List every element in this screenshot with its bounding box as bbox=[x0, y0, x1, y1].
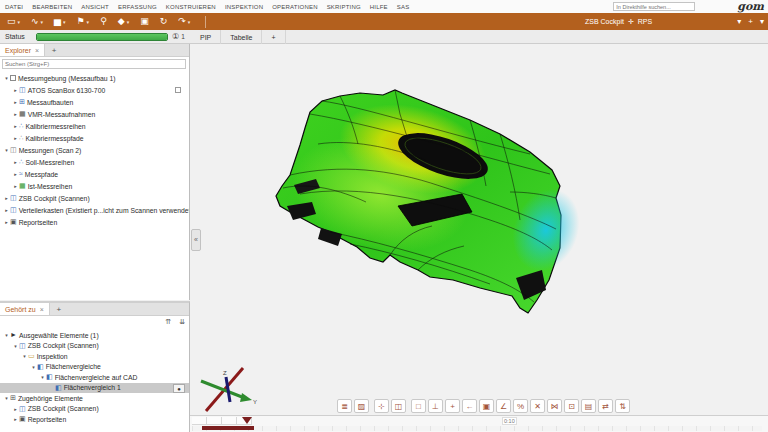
timeline-ruler[interactable] bbox=[192, 426, 762, 431]
menu-ansicht[interactable]: ANSICHT bbox=[81, 4, 109, 10]
view-collapse-button[interactable]: ▾ bbox=[737, 17, 741, 26]
menu-erfassung[interactable]: ERFASSUNG bbox=[118, 4, 157, 10]
expand-arrow-icon[interactable]: ▾ bbox=[39, 374, 46, 380]
expand-arrow-icon[interactable]: ▸ bbox=[12, 99, 19, 105]
menu-bearbeiten[interactable]: BEARBEITEN bbox=[32, 4, 72, 10]
menu-inspektion[interactable]: INSPEKTION bbox=[225, 4, 263, 10]
tree-item-zsb-cockpit-scannen[interactable]: ▸◫ZSB Cockpit (Scannen) bbox=[0, 404, 189, 415]
expand-arrow-icon[interactable]: ▸ bbox=[12, 416, 19, 422]
point-button[interactable]: + bbox=[445, 399, 460, 413]
expand-arrow-icon[interactable]: ▸ bbox=[12, 123, 19, 129]
expand-arrow-icon[interactable]: ▸ bbox=[12, 171, 19, 177]
dropdown-caret-icon[interactable]: ▾ bbox=[127, 19, 130, 25]
menu-datei[interactable]: DATEI bbox=[5, 4, 23, 10]
expand-arrow-icon[interactable]: ▸ bbox=[3, 207, 10, 213]
search-tool[interactable]: ⚲ bbox=[98, 14, 109, 29]
tree-item-atos-scanbox-6130-700[interactable]: ▸◫ATOS ScanBox 6130-700 bbox=[0, 84, 189, 96]
viewport-tab-add-button[interactable]: + bbox=[262, 30, 285, 44]
menu-skripting[interactable]: SKRIPTING bbox=[327, 4, 361, 10]
shade-toggle-button[interactable]: ▨ bbox=[354, 399, 369, 413]
direct-help-search-input[interactable] bbox=[613, 2, 695, 11]
view-menu-button[interactable]: ▾ bbox=[760, 17, 764, 26]
tree-item-messungen-scan-2[interactable]: ▾◫Messungen (Scan 2) bbox=[0, 144, 189, 156]
tree-item-zsb-cockpit-scannen[interactable]: ▾◫ZSB Cockpit (Scannen) bbox=[0, 341, 189, 352]
select-mode-button[interactable]: ⊹ bbox=[374, 399, 389, 413]
expand-arrow-icon[interactable]: ▾ bbox=[3, 395, 10, 401]
expand-arrow-icon[interactable]: ▸ bbox=[12, 406, 19, 412]
timeline-bar[interactable]: 0:10 bbox=[190, 415, 768, 432]
tree-item-messumgebung-messaufbau-1[interactable]: ▾Messumgebung (Messaufbau 1) bbox=[0, 72, 189, 84]
tree-item-reportseiten[interactable]: ▸▣Reportseiten bbox=[0, 414, 189, 425]
angle-button[interactable]: ∠ bbox=[496, 399, 511, 413]
expand-arrow-icon[interactable]: ▾ bbox=[30, 364, 37, 370]
export-button[interactable]: ⊡ bbox=[564, 399, 579, 413]
tree-item-flächenvergleiche[interactable]: ▾◧Flächenvergleiche bbox=[0, 362, 189, 373]
tab-belongs-close-icon[interactable]: × bbox=[40, 306, 44, 313]
expand-all-button[interactable]: ⇊ bbox=[179, 318, 185, 326]
tree-item-messpfade[interactable]: ▸≈Messpfade bbox=[0, 168, 189, 180]
add-tab-button[interactable]: + bbox=[50, 303, 68, 315]
tree-item-inspektion[interactable]: ▾▭Inspektion bbox=[0, 351, 189, 362]
tree-item-messaufbauten[interactable]: ▸⊞Messaufbauten bbox=[0, 96, 189, 108]
dropdown-caret-icon[interactable]: ▾ bbox=[87, 19, 90, 25]
panel-collapse-button[interactable]: « bbox=[191, 229, 201, 251]
menu-hilfe[interactable]: HILFE bbox=[370, 4, 388, 10]
cad-body-button[interactable]: ▣ bbox=[479, 399, 494, 413]
align-view-button[interactable]: ≣ bbox=[337, 399, 352, 413]
recalculate-tool[interactable]: ↷▾ bbox=[176, 14, 192, 29]
transfer-button[interactable]: ⇅ bbox=[615, 399, 630, 413]
dropdown-caret-icon[interactable]: ▾ bbox=[41, 19, 44, 25]
menu-operationen[interactable]: OPERATIONEN bbox=[272, 4, 317, 10]
tree-item-reportseiten[interactable]: ▸▣Reportseiten bbox=[0, 216, 189, 228]
visibility-checkbox[interactable] bbox=[10, 75, 16, 81]
expand-arrow-icon[interactable]: ▸ bbox=[3, 219, 10, 225]
expand-arrow-icon[interactable]: ▸ bbox=[3, 195, 10, 201]
dropdown-caret-icon[interactable]: ▾ bbox=[188, 19, 191, 25]
stage-tool[interactable]: ∿▾ bbox=[29, 14, 45, 29]
tab-explorer[interactable]: Explorer × bbox=[0, 44, 45, 56]
expand-arrow-icon[interactable]: ▸ bbox=[12, 111, 19, 117]
table-button[interactable]: ▤ bbox=[581, 399, 596, 413]
expand-arrow-icon[interactable]: ▸ bbox=[12, 159, 19, 165]
expand-arrow-icon[interactable]: ▾ bbox=[3, 75, 10, 81]
expand-arrow-icon[interactable]: ▸ bbox=[12, 87, 19, 93]
menu-sas[interactable]: SAS bbox=[397, 4, 410, 10]
sync-button[interactable]: ⇄ bbox=[598, 399, 613, 413]
flag-tool[interactable]: ⚑▾ bbox=[75, 14, 92, 29]
expand-arrow-icon[interactable]: ▾ bbox=[21, 353, 28, 359]
dropdown-caret-icon[interactable]: ▾ bbox=[63, 19, 66, 25]
bounding-box-button[interactable]: □ bbox=[411, 399, 426, 413]
deviation-label-button[interactable]: % bbox=[513, 399, 528, 413]
add-tab-button[interactable]: + bbox=[45, 44, 63, 56]
remove-element-button[interactable]: ✕ bbox=[530, 399, 545, 413]
dropdown-caret-icon[interactable]: ▾ bbox=[18, 19, 21, 25]
viewport-tab-tabelle[interactable]: Tabelle bbox=[221, 30, 262, 44]
tree-item-vmr-messaufnahmen[interactable]: ▸▦VMR-Messaufnahmen bbox=[0, 108, 189, 120]
expand-arrow-icon[interactable]: ▸ bbox=[12, 183, 19, 189]
tab-belongs-to[interactable]: Gehört zu × bbox=[0, 303, 50, 315]
tree-item-zsb-cockpit-scannen[interactable]: ▸◫ZSB Cockpit (Scannen) bbox=[0, 192, 189, 204]
diagram-tool[interactable]: ▅▾ bbox=[52, 14, 67, 29]
tree-item-zugehörige-elemente[interactable]: ▾⊞Zugehörige Elemente bbox=[0, 393, 189, 404]
refresh-tool[interactable]: ↻ bbox=[158, 14, 170, 29]
tree-item-flächenvergleich-1[interactable]: ◧Flächenvergleich 1● bbox=[0, 383, 189, 394]
tab-explorer-close-icon[interactable]: × bbox=[35, 47, 39, 54]
compress-button[interactable]: ⋈ bbox=[547, 399, 562, 413]
view-add-button[interactable]: + bbox=[748, 17, 753, 26]
timeline-marker[interactable] bbox=[242, 417, 252, 424]
tree-item-ausgewählte-elemente-1[interactable]: ▾►Ausgewählte Elemente (1) bbox=[0, 330, 189, 341]
tree-item-kalibriermessreihen[interactable]: ▸∴Kalibriermessreihen bbox=[0, 120, 189, 132]
element-details-button[interactable]: ● bbox=[173, 384, 185, 393]
visibility-checkbox[interactable] bbox=[175, 87, 181, 93]
project-view-tab[interactable]: ZSB Cockpit ✛ RPS bbox=[585, 13, 652, 30]
tree-item-flächenvergleiche-auf-cad[interactable]: ▾◧Flächenvergleiche auf CAD bbox=[0, 372, 189, 383]
tree-item-ist-messreihen[interactable]: ▸▦Ist-Messreihen bbox=[0, 180, 189, 192]
explorer-search-input[interactable] bbox=[2, 59, 186, 69]
compare-view-button[interactable]: ◫ bbox=[391, 399, 406, 413]
snapshot-tool[interactable]: ▣ bbox=[138, 14, 151, 29]
tree-item-soll-messreihen[interactable]: ▸∴Soll-Messreihen bbox=[0, 156, 189, 168]
info-icon[interactable]: ① bbox=[172, 32, 179, 41]
expand-arrow-icon[interactable]: ▾ bbox=[3, 332, 10, 338]
section-plane-button[interactable]: ⊥ bbox=[428, 399, 443, 413]
timeline-range[interactable] bbox=[202, 426, 254, 430]
